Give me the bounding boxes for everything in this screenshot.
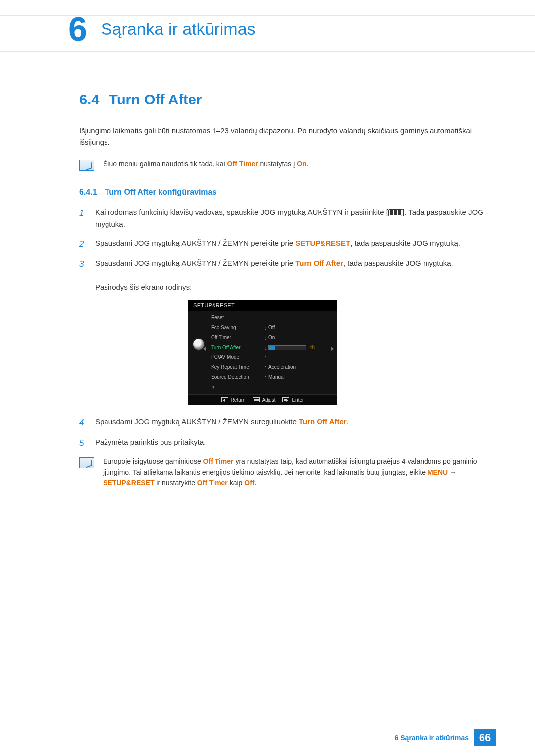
intro-paragraph: Išjungimo laikmatis gali būti nustatomas… bbox=[79, 125, 486, 148]
osd-footer: Return Adjust Enter bbox=[188, 394, 337, 405]
menu-icon bbox=[388, 209, 402, 216]
section-title: Turn Off After bbox=[109, 92, 202, 108]
note-icon bbox=[79, 160, 94, 171]
label: Adjust bbox=[262, 397, 276, 403]
step-number: 2 bbox=[79, 237, 86, 251]
subsection-heading: 6.4.1 Turn Off After konfigūravimas bbox=[79, 188, 486, 197]
highlight: MENU bbox=[428, 468, 448, 476]
text: , tada paspauskite JOG mygtuką. bbox=[350, 239, 460, 247]
sep: : bbox=[265, 374, 268, 380]
text: Spausdami JOG mygtuką AUKŠTYN / ŽEMYN su… bbox=[95, 417, 299, 426]
step-4: 4 Spausdami JOG mygtuką AUKŠTYN / ŽEMYN … bbox=[79, 416, 486, 429]
highlight: Off bbox=[244, 479, 254, 487]
gear-icon bbox=[193, 339, 204, 350]
osd-row: PC/AV Mode: bbox=[211, 353, 337, 362]
text: Europoje įsigytuose gaminiuose bbox=[103, 457, 203, 465]
osd-value: Manual bbox=[268, 374, 285, 380]
osd-row: ▾ bbox=[211, 382, 337, 392]
osd-label: Eco Saving bbox=[211, 325, 265, 330]
highlight: SETUP&RESET bbox=[295, 239, 350, 247]
note-icon bbox=[79, 457, 94, 468]
footer: 6 Sąranka ir atkūrimas 66 bbox=[395, 729, 496, 746]
step-number: 1 bbox=[79, 206, 86, 230]
adjust-icon bbox=[253, 397, 260, 402]
triangle-right-icon bbox=[331, 347, 334, 351]
return-icon bbox=[221, 397, 228, 402]
note-1-text: Šiuo meniu galima naudotis tik tada, kai… bbox=[103, 159, 309, 170]
slider-fill bbox=[269, 346, 275, 350]
chapter-number: 6 bbox=[68, 12, 87, 46]
highlight: Turn Off After bbox=[299, 417, 347, 426]
step-body: Pažymėta parinktis bus pritaikyta. bbox=[95, 436, 486, 450]
highlight: SETUP&RESET bbox=[103, 479, 154, 487]
enter-icon bbox=[282, 397, 289, 402]
text: . bbox=[347, 417, 349, 426]
osd-slider: 4h bbox=[268, 345, 315, 350]
section-heading: 6.4 Turn Off After bbox=[79, 92, 486, 108]
page: 6 Sąranka ir atkūrimas 6.4 Turn Off Afte… bbox=[0, 0, 535, 756]
highlight: Off Timer bbox=[227, 160, 258, 168]
steps-list-cont: 4 Spausdami JOG mygtuką AUKŠTYN / ŽEMYN … bbox=[79, 416, 486, 450]
triangle-down-icon: ▾ bbox=[211, 384, 215, 390]
sep: : bbox=[265, 325, 268, 331]
text: Pasirodys šis ekrano rodinys: bbox=[95, 283, 192, 291]
text: Spausdami JOG mygtuką AUKŠTYN / ŽEMYN pe… bbox=[95, 259, 295, 267]
osd-row: Key Repeat Time:Acceleration bbox=[211, 362, 337, 372]
slider-value: 4h bbox=[309, 345, 315, 350]
step-number: 5 bbox=[79, 436, 86, 450]
label: Enter bbox=[292, 397, 304, 403]
note-2: Europoje įsigytuose gaminiuose Off Timer… bbox=[79, 456, 486, 489]
text: kaip bbox=[228, 479, 244, 487]
osd-title: SETUP&RESET bbox=[188, 300, 337, 311]
highlight: Turn Off After bbox=[295, 259, 343, 267]
slider-track bbox=[268, 345, 306, 350]
text: Šiuo meniu galima naudotis tik tada, kai bbox=[103, 160, 227, 168]
step-number: 4 bbox=[79, 416, 86, 429]
text: Spausdami JOG mygtuką AUKŠTYN / ŽEMYN pe… bbox=[95, 239, 295, 247]
steps-list: 1 Kai rodomas funkcinių klavišų vadovas,… bbox=[79, 206, 486, 293]
content: 6.4 Turn Off After Išjungimo laikmatis g… bbox=[39, 52, 496, 489]
step-number: 3 bbox=[79, 257, 86, 293]
step-body: Spausdami JOG mygtuką AUKŠTYN / ŽEMYN pe… bbox=[95, 257, 486, 293]
osd-label: Source Detection bbox=[211, 374, 265, 380]
step-1: 1 Kai rodomas funkcinių klavišų vadovas,… bbox=[79, 206, 486, 230]
label: Return bbox=[231, 397, 246, 403]
osd-return: Return bbox=[221, 397, 246, 403]
subsection-number: 6.4.1 bbox=[79, 188, 97, 197]
note-2-text: Europoje įsigytuose gaminiuose Off Timer… bbox=[103, 456, 486, 489]
sep: : bbox=[265, 335, 268, 341]
text: ir nustatykite bbox=[154, 479, 197, 487]
osd-row: Source Detection:Manual bbox=[211, 372, 337, 382]
osd-screenshot: SETUP&RESET Reset Eco Saving:Off Off Tim… bbox=[188, 300, 337, 405]
footer-page-number: 66 bbox=[474, 729, 496, 746]
chapter-header: 6 Sąranka ir atkūrimas bbox=[39, 12, 496, 46]
highlight: On bbox=[297, 160, 306, 168]
step-3: 3 Spausdami JOG mygtuką AUKŠTYN / ŽEMYN … bbox=[79, 257, 486, 293]
text: . bbox=[307, 160, 309, 168]
text: , tada paspauskite JOG mygtuką. bbox=[343, 259, 453, 267]
osd-label: Key Repeat Time bbox=[211, 364, 265, 370]
highlight: Off Timer bbox=[197, 479, 228, 487]
text: . bbox=[255, 479, 257, 487]
subsection-title: Turn Off After konfigūravimas bbox=[105, 188, 217, 197]
highlight: Off Timer bbox=[203, 457, 234, 465]
section-number: 6.4 bbox=[79, 92, 99, 108]
text: Kai rodomas funkcinių klavišų vadovas, s… bbox=[95, 208, 388, 216]
osd-row-selected: Turn Off After: 4h bbox=[211, 343, 337, 353]
osd-adjust: Adjust bbox=[253, 397, 276, 403]
sep: : bbox=[265, 354, 268, 360]
osd-row: Eco Saving:Off bbox=[211, 323, 337, 333]
osd-row: Off Timer:On bbox=[211, 333, 337, 343]
osd-label: Turn Off After bbox=[211, 345, 265, 350]
osd-value: Off bbox=[268, 325, 275, 330]
osd-body: Reset Eco Saving:Off Off Timer:On Turn O… bbox=[188, 311, 337, 394]
triangle-left-icon bbox=[203, 347, 206, 351]
osd-row: Reset bbox=[211, 313, 337, 323]
step-body: Spausdami JOG mygtuką AUKŠTYN / ŽEMYN pe… bbox=[95, 237, 486, 251]
osd-enter: Enter bbox=[282, 397, 304, 403]
step-2: 2 Spausdami JOG mygtuką AUKŠTYN / ŽEMYN … bbox=[79, 237, 486, 251]
sep: : bbox=[265, 364, 268, 370]
osd-value: On bbox=[268, 335, 275, 340]
osd-value: Acceleration bbox=[268, 364, 296, 370]
step-5: 5 Pažymėta parinktis bus pritaikyta. bbox=[79, 436, 486, 450]
